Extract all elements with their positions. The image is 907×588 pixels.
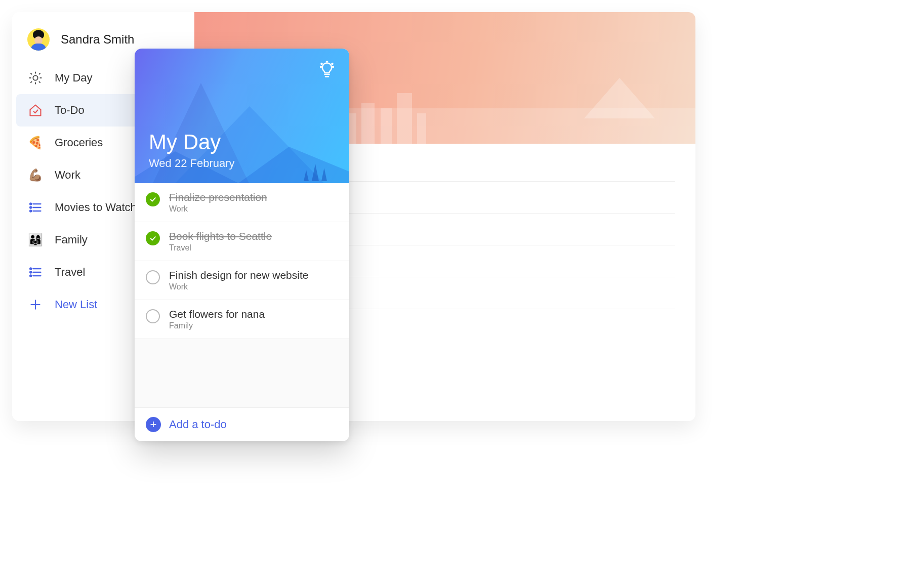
task-row[interactable]: Get flowers for nana Family xyxy=(135,300,349,339)
plus-icon xyxy=(27,297,44,313)
plus-circle-icon: + xyxy=(146,417,161,432)
sidebar-item-label: Movies to Watch xyxy=(55,201,137,214)
svg-line-4 xyxy=(39,81,40,82)
task-list-label: Work xyxy=(169,282,308,291)
svg-line-3 xyxy=(31,73,32,74)
list-icon xyxy=(27,199,44,216)
svg-point-13 xyxy=(30,210,31,212)
task-row[interactable]: Finish design for new website Work xyxy=(135,261,349,300)
lightbulb-icon xyxy=(318,61,336,81)
svg-point-25 xyxy=(321,63,322,64)
sidebar-item-label: Work xyxy=(55,169,80,182)
task-title: Finalize presentation xyxy=(169,191,267,203)
task-checkbox-icon[interactable] xyxy=(146,309,160,323)
new-list-label: New List xyxy=(55,298,97,311)
my-day-panel: My Day Wed 22 February Finalize presenta… xyxy=(135,49,349,441)
suggestions-button[interactable] xyxy=(315,59,339,83)
sidebar-item-label: My Day xyxy=(55,71,93,85)
sidebar-item-label: Groceries xyxy=(55,136,103,149)
task-checkbox-icon[interactable] xyxy=(146,270,160,284)
panel-title: My Day xyxy=(149,131,335,154)
svg-point-24 xyxy=(333,66,334,67)
list-icon xyxy=(27,264,44,280)
svg-point-23 xyxy=(320,66,321,67)
panel-date: Wed 22 February xyxy=(149,157,335,170)
svg-point-0 xyxy=(33,75,37,80)
sidebar-item-label: Family xyxy=(55,233,88,246)
svg-point-17 xyxy=(30,271,31,273)
task-title: Book flights to Seattle xyxy=(169,230,272,242)
home-check-icon xyxy=(27,102,44,118)
svg-line-7 xyxy=(31,81,32,82)
task-row[interactable]: Book flights to Seattle Travel xyxy=(135,222,349,261)
svg-line-8 xyxy=(39,73,40,74)
task-list-label: Travel xyxy=(169,243,272,253)
pizza-icon: 🍕 xyxy=(27,135,44,151)
sidebar-item-label: To-Do xyxy=(55,104,85,117)
profile-name: Sandra Smith xyxy=(61,32,134,47)
svg-point-27 xyxy=(326,61,327,62)
add-todo-label: Add a to-do xyxy=(169,418,227,431)
svg-point-15 xyxy=(30,268,31,269)
sun-icon xyxy=(27,70,44,86)
sidebar-item-label: Travel xyxy=(55,266,85,279)
task-title: Finish design for new website xyxy=(169,269,308,281)
panel-task-list: Finalize presentation Work Book flights … xyxy=(135,183,349,407)
task-title: Get flowers for nana xyxy=(169,308,265,320)
add-todo-button[interactable]: + Add a to-do xyxy=(135,407,349,441)
task-list-label: Work xyxy=(169,204,267,214)
svg-point-9 xyxy=(30,203,31,204)
flexed-arm-icon: 💪🏽 xyxy=(27,167,44,183)
avatar xyxy=(27,28,50,51)
task-row[interactable]: Finalize presentation Work xyxy=(135,183,349,222)
svg-point-26 xyxy=(332,63,333,64)
desktop-window: Sandra Smith My Day xyxy=(12,12,695,421)
svg-point-19 xyxy=(30,275,31,276)
task-checkbox-icon[interactable] xyxy=(146,231,160,245)
task-list-label: Family xyxy=(169,321,265,330)
panel-hero: My Day Wed 22 February xyxy=(135,49,349,183)
family-icon: 👨‍👩‍👧 xyxy=(27,232,44,248)
svg-point-11 xyxy=(30,206,31,208)
task-checkbox-icon[interactable] xyxy=(146,192,160,206)
